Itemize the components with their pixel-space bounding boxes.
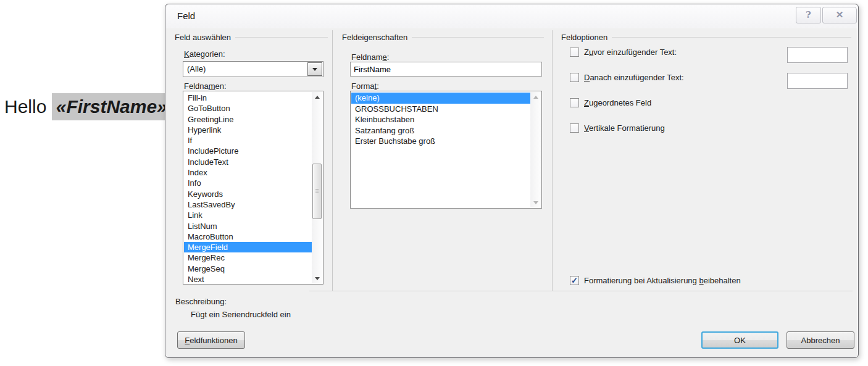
scroll-up-icon <box>315 96 320 99</box>
checkbox-label: Vertikale Formatierung <box>584 123 665 133</box>
checkbox-label: Formatierung bei Aktualisierung beibehal… <box>584 276 741 285</box>
list-item[interactable]: MergeRec <box>184 252 312 263</box>
fieldnames-scrollbar[interactable] <box>312 92 322 283</box>
format-list: (keine)GROSSBUCHSTABENKleinbuchstabenSat… <box>351 93 530 207</box>
group-field-properties: Feldeigenschaften <box>342 33 544 42</box>
document-text: Hello «FirstName» <box>4 96 172 117</box>
list-item[interactable]: MacroButton <box>184 231 312 242</box>
fieldnames-list: Fill-inGoToButtonGreetingLineHyperlinkIf… <box>184 93 312 283</box>
close-button[interactable]: ✕ <box>822 7 857 23</box>
group-field-options-title: Feldoptionen <box>561 33 607 42</box>
fieldnames-listbox: Fill-inGoToButtonGreetingLineHyperlinkIf… <box>183 91 323 285</box>
checkbox-row-text-after[interactable]: Danach einzufügender Text: <box>570 73 684 82</box>
close-icon: ✕ <box>836 9 844 20</box>
checkbox-label: Zuvor einzufügender Text: <box>584 48 677 57</box>
document-text-before: Hello <box>4 96 46 117</box>
group-rule <box>412 37 544 38</box>
list-item[interactable]: GoToButton <box>184 103 312 114</box>
list-item[interactable]: IncludePicture <box>184 146 312 156</box>
group-field-properties-title: Feldeigenschaften <box>342 33 407 42</box>
separator-bottom <box>309 291 853 291</box>
group-rule <box>612 37 851 38</box>
categories-combobox[interactable]: (Alle) <box>183 61 323 77</box>
field-codes-button[interactable]: Feldfunktionen <box>177 331 245 349</box>
format-label: Format: <box>351 81 379 91</box>
chevron-down-icon <box>312 68 317 71</box>
scrollbar-thumb[interactable] <box>312 164 322 219</box>
dialog-titlebar[interactable] <box>166 5 858 28</box>
list-item[interactable]: GROSSBUCHSTABEN <box>351 104 530 115</box>
checkbox-row-mapped-field[interactable]: Zugeordnetes Feld <box>570 98 651 107</box>
cancel-button[interactable]: Abbrechen <box>787 331 854 349</box>
scroll-up-button[interactable] <box>312 92 322 102</box>
list-item[interactable]: LastSavedBy <box>184 199 312 210</box>
checkbox[interactable] <box>570 123 579 133</box>
checkbox-label: Zugeordnetes Feld <box>584 98 651 107</box>
cancel-button-label: Abbrechen <box>801 336 840 345</box>
list-item[interactable]: Next <box>184 274 312 283</box>
categories-dropdown-button[interactable] <box>307 62 322 76</box>
list-item[interactable]: Fill-in <box>184 93 312 103</box>
group-rule <box>235 37 328 38</box>
checkbox-row-vertical-formatting[interactable]: Vertikale Formatierung <box>570 123 665 133</box>
text-before-input[interactable] <box>787 47 848 63</box>
scroll-up-button[interactable] <box>530 92 541 102</box>
dialog-title: Feld <box>177 10 195 21</box>
list-item[interactable]: Link <box>184 210 312 220</box>
fieldname-input[interactable] <box>350 62 542 77</box>
list-item[interactable]: Index <box>184 167 312 178</box>
merge-field-chip[interactable]: «FirstName» <box>52 93 172 120</box>
format-listbox: (keine)GROSSBUCHSTABENKleinbuchstabenSat… <box>350 91 542 209</box>
list-item[interactable]: Erster Buchstabe groß <box>351 136 530 147</box>
list-item[interactable]: Keywords <box>184 189 312 199</box>
categories-label: Kategorien: <box>184 49 225 59</box>
field-codes-button-label: Feldfunktionen <box>185 336 237 345</box>
fieldnames-label: Feldnamen: <box>184 81 227 91</box>
format-scrollbar[interactable] <box>530 92 541 207</box>
field-dialog: Feld ? ✕ Feld auswählen Kategorien: (All… <box>165 4 859 358</box>
list-item[interactable]: Kleinbuchstaben <box>351 114 530 125</box>
list-item[interactable]: Satzanfang groß <box>351 125 530 136</box>
help-icon: ? <box>806 9 811 20</box>
scroll-down-icon <box>315 277 320 280</box>
checkbox[interactable] <box>570 98 579 107</box>
group-select-field: Feld auswählen <box>175 33 328 42</box>
list-item[interactable]: (keine) <box>351 93 530 104</box>
group-select-field-title: Feld auswählen <box>175 33 231 42</box>
ok-button-label: OK <box>734 336 746 345</box>
checkbox-label: Danach einzufügender Text: <box>584 73 684 82</box>
list-item[interactable]: MergeField <box>184 242 312 252</box>
scroll-up-icon <box>533 96 538 99</box>
checkbox[interactable] <box>570 73 579 82</box>
fieldname-label: Feldname: <box>351 52 389 62</box>
description-label: Beschreibung: <box>175 297 227 306</box>
scroll-down-icon <box>533 201 538 204</box>
list-item[interactable]: Info <box>184 178 312 188</box>
list-item[interactable]: MergeSeq <box>184 264 312 274</box>
ok-button[interactable]: OK <box>701 331 778 349</box>
separator-left-middle <box>332 30 333 291</box>
help-button[interactable]: ? <box>796 7 821 23</box>
scroll-down-button[interactable] <box>530 198 541 207</box>
checkbox[interactable] <box>570 48 579 57</box>
checkbox-row-text-before[interactable]: Zuvor einzufügender Text: <box>570 48 677 57</box>
categories-value: (Alle) <box>187 64 206 73</box>
description-text: Fügt ein Seriendruckfeld ein <box>191 310 291 319</box>
list-item[interactable]: If <box>184 135 312 146</box>
scroll-down-button[interactable] <box>312 273 322 283</box>
list-item[interactable]: GreetingLine <box>184 114 312 125</box>
checkbox-row-preserve-formatting[interactable]: ✓ Formatierung bei Aktualisierung beibeh… <box>570 276 741 285</box>
separator-middle-right <box>552 30 553 291</box>
text-after-input[interactable] <box>787 73 848 89</box>
group-field-options: Feldoptionen <box>561 33 851 42</box>
checkbox[interactable]: ✓ <box>570 276 579 285</box>
list-item[interactable]: IncludeText <box>184 157 312 167</box>
list-item[interactable]: ListNum <box>184 221 312 231</box>
list-item[interactable]: Hyperlink <box>184 125 312 135</box>
